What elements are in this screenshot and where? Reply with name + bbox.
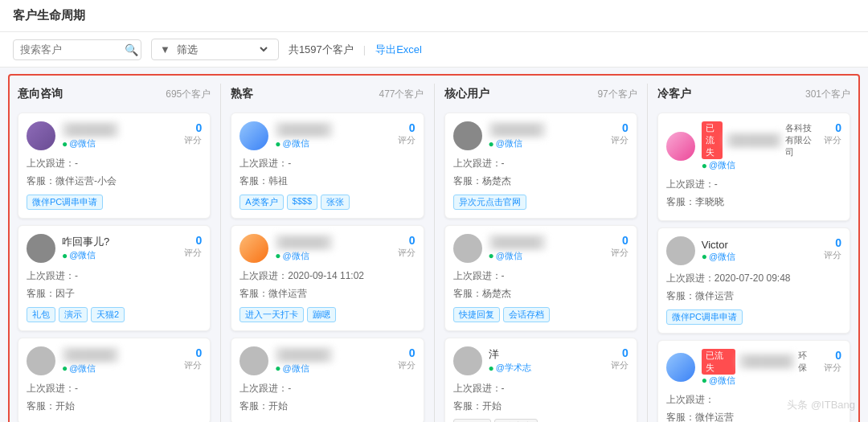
card-user: Victor ●@微信	[666, 236, 735, 265]
column-title-core: 核心用户	[444, 87, 489, 101]
card-tags: 快捷回复会话存档	[453, 307, 628, 322]
column-count-regular: 477个客户	[379, 88, 424, 101]
action-tag[interactable]: 蹦嗯	[307, 307, 336, 322]
card-tags: 微伴PC调串申请	[666, 309, 841, 325]
filter-icon: ▼	[160, 43, 170, 55]
name-row: 已流失 ██████ 各科技有限公司	[702, 121, 816, 159]
score-num: 0	[622, 234, 628, 247]
status-badge: 已流失	[702, 349, 735, 375]
card-meta1: 上次跟进：-	[453, 268, 628, 284]
score-area: 0 评分	[603, 234, 628, 259]
tag[interactable]: 张张	[321, 195, 350, 210]
card-top: 已流失 ██████ 各科技有限公司 ●@微信 0 评分	[666, 121, 841, 171]
score-num: 0	[195, 346, 202, 359]
user-info: 已流失 ██████ 各科技有限公司 ●@微信	[702, 121, 816, 171]
column-inquiry: 意向咨询 695个客户 ██████ ●@微信 0 评分	[18, 84, 211, 422]
avatar	[27, 346, 55, 375]
column-header-core: 核心用户 97个客户	[444, 84, 637, 106]
user-info: ██████ ●@微信	[275, 347, 332, 375]
tag[interactable]: 演示	[59, 307, 88, 322]
user-source: ●@微信	[275, 363, 332, 375]
card-tags: 微伴PC调串申请	[27, 195, 202, 210]
score-label: 评分	[398, 134, 416, 146]
score-area: 0 评分	[816, 236, 841, 261]
column-divider	[220, 84, 221, 422]
tag[interactable]: 微伴PC调串申请	[666, 309, 743, 325]
name-row: Victor	[702, 239, 735, 251]
user-name-blurred: ██████	[275, 347, 332, 363]
score-num: 0	[409, 121, 416, 134]
user-name-blurred: ██████	[275, 122, 332, 137]
score-num: 0	[835, 121, 841, 134]
search-input[interactable]	[20, 43, 125, 55]
filter-box[interactable]: ▼ 筛选	[151, 39, 279, 60]
wechat-icon: ●	[275, 138, 280, 150]
action-tag[interactable]: 进入一天打卡	[240, 307, 304, 322]
tag[interactable]: 微伴PC调串申请	[27, 195, 103, 210]
score-num: 0	[622, 346, 628, 359]
card-user: ██████ ●@微信	[453, 234, 546, 263]
tag[interactable]: $$$$	[287, 195, 317, 210]
score-label: 评分	[611, 247, 628, 259]
avatar	[27, 234, 55, 263]
card-user: ██████ ●@微信	[240, 346, 332, 375]
card-c4: ██████ ●@微信 0 评分 上次跟进：- 客服：韩祖 A类客户$$$$张张	[231, 113, 424, 219]
filter-select[interactable]: 筛选	[174, 43, 270, 56]
card-top: 咋回事儿? ●@微信 0 评分	[27, 234, 202, 263]
score-area: 0 评分	[176, 234, 202, 259]
search-box[interactable]: 🔍	[13, 39, 141, 60]
avatar	[666, 236, 695, 265]
card-meta1: 上次跟进：-	[453, 380, 628, 396]
score-num: 0	[622, 121, 628, 134]
user-source: ●@微信	[62, 137, 119, 150]
company-name: 各科技有限公司	[785, 122, 816, 158]
tag[interactable]: 会话存档	[503, 307, 550, 322]
user-source: ●@微信	[62, 249, 109, 261]
badge[interactable]: 已认证	[453, 419, 491, 422]
card-c11: Victor ●@微信 0 评分 上次跟进：2020-07-20 09:48 客…	[657, 227, 850, 334]
card-user: ██████ ●@微信	[240, 234, 332, 263]
card-badges: 已认证A类客户	[453, 419, 628, 422]
wechat-icon: ●	[275, 363, 280, 374]
column-title-cold: 冷客户	[657, 87, 691, 101]
card-c10: 已流失 ██████ 各科技有限公司 ●@微信 0 评分 上次跟进：- 客服：李…	[657, 113, 850, 221]
card-top: ██████ ●@微信 0 评分	[240, 346, 415, 375]
card-c12: 已流失 ██████ 环保 ●@微信 0 评分 上次跟进： 客服：微伴运营	[657, 340, 850, 422]
column-core: 核心用户 97个客户 ██████ ●@微信 0 评分	[444, 84, 637, 422]
export-link[interactable]: 导出Excel	[375, 43, 422, 57]
avatar	[240, 121, 268, 150]
column-count-inquiry: 695个客户	[166, 88, 211, 101]
tag[interactable]: 礼包	[27, 307, 55, 322]
avatar	[666, 132, 695, 161]
score-label: 评分	[184, 359, 202, 371]
card-meta2: 客服：微伴运营	[666, 409, 841, 422]
user-info: ██████ ●@微信	[489, 122, 546, 150]
tag[interactable]: 快捷回复	[453, 307, 500, 322]
wechat-icon: ●	[702, 160, 707, 171]
tag[interactable]: A类客户	[240, 195, 283, 210]
wechat-icon: ●	[62, 138, 68, 150]
score-area: 0 评分	[390, 234, 416, 259]
wechat-icon: ●	[702, 251, 707, 262]
card-tags: A类客户$$$$张张	[240, 195, 415, 210]
tag[interactable]: 天猫2	[91, 307, 125, 322]
card-user: ██████ ●@微信	[453, 121, 546, 150]
score-label: 评分	[184, 134, 202, 146]
score-label: 评分	[824, 249, 841, 261]
card-meta1: 上次跟进：2020-09-14 11:02	[240, 268, 415, 284]
card-meta2: 客服：杨楚杰	[453, 285, 628, 301]
column-count-cold: 301个客户	[805, 88, 850, 101]
user-name-blurred: ██████	[739, 354, 795, 369]
card-meta1: 上次跟进：2020-07-20 09:48	[666, 270, 841, 286]
card-meta2: 客服：开始	[453, 398, 628, 414]
badge[interactable]: A类客户	[494, 419, 538, 422]
card-meta2: 客服：微伴运营	[240, 285, 415, 301]
card-c2: 咋回事儿? ●@微信 0 评分 上次跟进：- 客服：因子 礼包演示天猫2	[18, 225, 211, 331]
card-meta2: 客服：微伴运营	[666, 288, 841, 304]
tag[interactable]: 异次元点击官网	[453, 195, 526, 210]
user-source: ●@微信	[702, 251, 735, 263]
name-row: 咋回事儿?	[62, 235, 109, 249]
avatar	[240, 234, 268, 263]
name-row: 已流失 ██████ 环保	[702, 349, 816, 375]
score-label: 评分	[824, 362, 841, 374]
